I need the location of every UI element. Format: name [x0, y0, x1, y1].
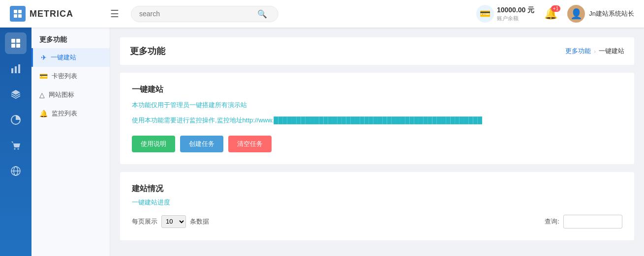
query-label: 查询: — [545, 217, 559, 226]
svg-rect-5 — [16, 39, 20, 43]
table-controls: 每页展示 10 20 50 条数据 查询: — [132, 215, 622, 228]
svg-rect-7 — [16, 44, 20, 48]
main-content: 更多功能 更多功能 › 一键建站 一键建站 本功能仅用于管理员一键搭建所有演示站… — [110, 28, 644, 256]
logo-icon — [10, 6, 26, 22]
left-nav-title: 更多功能 — [31, 28, 110, 48]
svg-rect-9 — [15, 66, 17, 73]
layout: 更多功能 ✈ 一键建站 💳 卡密列表 △ 网站图标 🔔 监控列表 更多功能 更多… — [0, 28, 644, 256]
one-click-build-card: 一键建站 本功能仅用于管理员一键搭建所有演示站 使用本功能需要进行监控操作,监控… — [120, 73, 634, 164]
header: METRICA ☰ 🔍 💳 10000.00 元 账户余额 🔔 +1 👤 Jn建… — [0, 0, 644, 28]
per-page-select[interactable]: 10 20 50 — [161, 215, 186, 228]
section-title: 建站情况 — [132, 184, 622, 194]
search-icon[interactable]: 🔍 — [257, 9, 267, 19]
search-input[interactable] — [139, 10, 257, 18]
breadcrumb-parent[interactable]: 更多功能 — [565, 47, 591, 56]
user-name: Jn建站系统站长 — [589, 9, 634, 18]
sidebar-item-chart[interactable] — [5, 58, 27, 80]
account-area: 💳 10000.00 元 账户余额 — [476, 5, 534, 23]
nav-label-monitor: 监控列表 — [52, 109, 77, 118]
left-nav: 更多功能 ✈ 一键建站 💳 卡密列表 △ 网站图标 🔔 监控列表 — [31, 28, 110, 256]
logo-area: METRICA — [10, 6, 108, 22]
sidebar — [0, 28, 31, 256]
card1-info: 使用本功能需要进行监控操作,监控地址http://www.███████████… — [132, 115, 622, 126]
sidebar-item-dashboard[interactable] — [5, 32, 27, 54]
nav-label-site-icon: 网站图标 — [49, 90, 74, 99]
bell-nav-icon: 🔔 — [39, 110, 48, 117]
sidebar-item-site-icon[interactable]: △ 网站图标 — [31, 85, 110, 104]
per-page-label: 每页展示 — [132, 217, 157, 226]
notification-badge: +1 — [551, 5, 560, 12]
wallet-icon: 💳 — [476, 5, 494, 23]
clear-tasks-button[interactable]: 清空任务 — [228, 136, 272, 152]
svg-rect-3 — [18, 14, 22, 18]
user-area[interactable]: 👤 Jn建站系统站长 — [567, 5, 634, 23]
section-subtitle: 一键建站进度 — [132, 198, 622, 207]
nav-label-one-click: 一键建站 — [51, 53, 76, 62]
triangle-icon: △ — [39, 91, 45, 99]
svg-rect-2 — [14, 14, 17, 18]
svg-point-16 — [18, 148, 19, 150]
notification-bell[interactable]: 🔔 +1 — [544, 7, 557, 20]
sidebar-item-globe[interactable] — [5, 160, 27, 182]
account-label: 账户余额 — [497, 15, 534, 22]
search-box: 🔍 — [131, 6, 278, 22]
svg-marker-11 — [11, 90, 20, 95]
svg-rect-8 — [11, 68, 13, 73]
visa-icon: 💳 — [39, 72, 48, 80]
query-input[interactable] — [563, 215, 622, 228]
sidebar-item-card-list[interactable]: 💳 卡密列表 — [31, 67, 110, 85]
build-status-card: 建站情况 一键建站进度 每页展示 10 20 50 条数据 查询: — [120, 172, 634, 240]
breadcrumb: 更多功能 › 一键建站 — [565, 47, 624, 56]
header-right: 💳 10000.00 元 账户余额 🔔 +1 👤 Jn建站系统站长 — [476, 5, 634, 23]
svg-rect-0 — [14, 10, 17, 13]
logo-text: METRICA — [30, 9, 73, 19]
card1-desc: 本功能仅用于管理员一键搭建所有演示站 — [132, 101, 622, 110]
usage-instructions-button[interactable]: 使用说明 — [132, 136, 175, 152]
create-task-button[interactable]: 创建任务 — [180, 136, 223, 152]
account-info: 10000.00 元 账户余额 — [497, 6, 534, 22]
card1-title: 一键建站 — [132, 85, 622, 95]
sidebar-item-pie[interactable] — [5, 109, 27, 131]
sidebar-item-cart[interactable] — [5, 135, 27, 156]
svg-rect-10 — [18, 64, 20, 73]
avatar: 👤 — [567, 5, 585, 23]
card1-btn-group: 使用说明 创建任务 清空任务 — [132, 136, 622, 152]
per-page-unit: 条数据 — [190, 217, 209, 226]
breadcrumb-separator: › — [594, 48, 596, 55]
menu-toggle-icon[interactable]: ☰ — [108, 6, 121, 22]
nav-label-card-list: 卡密列表 — [52, 72, 77, 81]
plane-icon: ✈ — [41, 54, 47, 61]
svg-point-15 — [14, 148, 16, 150]
account-amount: 10000.00 元 — [497, 6, 534, 15]
svg-rect-1 — [18, 10, 22, 13]
sidebar-item-monitor[interactable]: 🔔 监控列表 — [31, 104, 110, 123]
svg-rect-4 — [11, 39, 15, 43]
breadcrumb-current: 一键建站 — [599, 47, 624, 56]
sidebar-item-layers[interactable] — [5, 84, 27, 105]
svg-rect-6 — [11, 44, 15, 48]
sidebar-item-one-click-build[interactable]: ✈ 一键建站 — [31, 48, 110, 67]
page-title: 更多功能 — [130, 45, 165, 57]
page-header: 更多功能 更多功能 › 一键建站 — [120, 37, 634, 65]
